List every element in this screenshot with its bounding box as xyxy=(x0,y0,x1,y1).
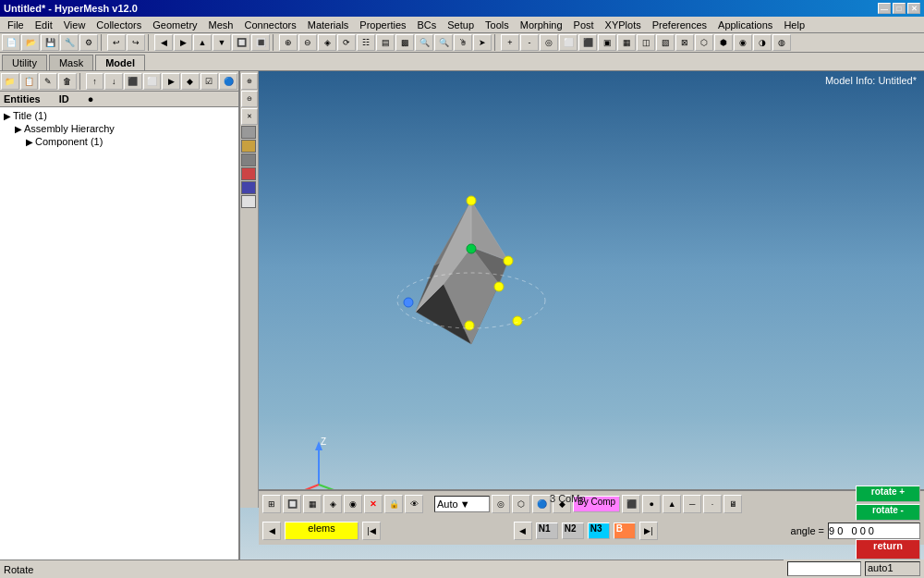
menu-item-edit[interactable]: Edit xyxy=(30,18,58,31)
vp-lock-btn[interactable]: 🔒 xyxy=(384,495,403,513)
tb-save[interactable]: 💾 xyxy=(41,34,59,51)
close-button[interactable]: ✕ xyxy=(907,3,920,14)
vp-mon-btn[interactable]: 🖥 xyxy=(723,495,742,513)
tb-btn29[interactable]: ⬛ xyxy=(578,34,597,51)
vp-line-btn[interactable]: ─ xyxy=(683,495,701,513)
tb-btn20[interactable]: ▩ xyxy=(395,34,414,51)
tb-btn19[interactable]: ▤ xyxy=(376,34,395,51)
tb-btn8[interactable]: ◀ xyxy=(154,34,173,51)
tb-btn12[interactable]: 🔲 xyxy=(232,34,250,51)
rotate-plus-button[interactable]: rotate + xyxy=(856,486,920,502)
tb-open[interactable]: 📂 xyxy=(21,34,40,51)
maximize-button[interactable]: □ xyxy=(893,3,906,14)
tb-btn5[interactable]: ⚙ xyxy=(79,34,98,51)
tb-btn17[interactable]: ⟳ xyxy=(337,34,356,51)
tb-btn7[interactable]: ↪ xyxy=(127,34,145,51)
tree-item-assembly[interactable]: ▶ Assembly Hierarchy xyxy=(13,122,237,135)
menu-item-properties[interactable]: Properties xyxy=(354,18,411,31)
tb-btn26[interactable]: - xyxy=(520,34,539,51)
lp-btn11[interactable]: ☑ xyxy=(201,73,219,90)
vp-shade-btn[interactable]: ◈ xyxy=(323,495,342,513)
tb-btn15[interactable]: ⊖ xyxy=(298,34,317,51)
menu-item-xyplots[interactable]: XYPlots xyxy=(600,18,647,31)
tb-btn25[interactable]: + xyxy=(501,34,519,51)
vp-grid-btn[interactable]: ⊞ xyxy=(262,495,281,513)
lp-btn8[interactable]: ⬜ xyxy=(143,73,162,90)
tb-btn35[interactable]: ⬡ xyxy=(695,34,713,51)
tb-btn11[interactable]: ▼ xyxy=(213,34,231,51)
menu-item-materials[interactable]: Materials xyxy=(302,18,355,31)
lp-btn3[interactable]: ✎ xyxy=(39,73,57,90)
lp-btn7[interactable]: ⬛ xyxy=(124,73,142,90)
tb-btn27[interactable]: ◎ xyxy=(540,34,558,51)
lp-btn1[interactable]: 📁 xyxy=(1,73,19,90)
tb-btn38[interactable]: ◑ xyxy=(753,34,772,51)
vp-btn-a1[interactable]: ◎ xyxy=(492,495,510,513)
side-btn2[interactable]: ⊖ xyxy=(241,91,258,107)
menu-item-collectors[interactable]: Collectors xyxy=(91,18,147,31)
lp-btn4[interactable]: 🗑 xyxy=(58,73,77,90)
vp-arrow-btn[interactable]: ◀ xyxy=(262,522,281,540)
tab-utility[interactable]: Utility xyxy=(2,55,47,70)
tb-btn32[interactable]: ◫ xyxy=(637,34,655,51)
vp-sphere-btn[interactable]: ● xyxy=(642,495,661,513)
tb-btn6[interactable]: ↩ xyxy=(107,34,126,51)
n3-button[interactable]: N3 xyxy=(588,523,610,539)
vp-x-btn[interactable]: ✕ xyxy=(364,495,383,513)
vp-rewind-btn[interactable]: |◀ xyxy=(362,522,381,540)
vp-btn-a2[interactable]: ⬡ xyxy=(512,495,530,513)
menu-item-bcs[interactable]: BCs xyxy=(412,18,443,31)
vp-view-btn[interactable]: 🔲 xyxy=(283,495,301,513)
lp-btn9[interactable]: ▶ xyxy=(162,73,180,90)
lp-btn12[interactable]: 🔵 xyxy=(219,73,237,90)
vp-tri-btn[interactable]: ▲ xyxy=(663,495,681,513)
tb-btn24[interactable]: ➤ xyxy=(473,34,492,51)
b-button[interactable]: B xyxy=(614,523,636,539)
vp-btn-a3[interactable]: 🔵 xyxy=(532,495,551,513)
tb-btn30[interactable]: ▣ xyxy=(598,34,616,51)
tb-btn23[interactable]: 🖱 xyxy=(454,34,472,51)
tb-btn14[interactable]: ⊕ xyxy=(279,34,298,51)
angle-input[interactable] xyxy=(828,523,920,539)
menu-item-tools[interactable]: Tools xyxy=(480,18,515,31)
vp-cube-btn[interactable]: ⬛ xyxy=(622,495,640,513)
tb-btn18[interactable]: ☷ xyxy=(357,34,375,51)
tb-btn31[interactable]: ▦ xyxy=(617,34,636,51)
menu-item-setup[interactable]: Setup xyxy=(442,18,480,31)
side-btn1[interactable]: ⊕ xyxy=(241,73,258,90)
n2-button[interactable]: N2 xyxy=(562,523,584,539)
menu-item-view[interactable]: View xyxy=(58,18,91,31)
rotate-minus-button[interactable]: rotate - xyxy=(856,504,920,521)
lp-btn10[interactable]: ◆ xyxy=(181,73,200,90)
tb-new[interactable]: 📄 xyxy=(2,34,20,51)
elems-dropdown[interactable]: elems xyxy=(285,522,359,540)
auto-dropdown[interactable]: Auto ▼ xyxy=(434,496,490,512)
tb-btn13[interactable]: 🔳 xyxy=(251,34,270,51)
tb-btn37[interactable]: ◉ xyxy=(734,34,752,51)
vp-dot-btn[interactable]: · xyxy=(703,495,722,513)
return-button[interactable]: return xyxy=(856,539,920,560)
tree-item-title[interactable]: ▶ Title (1) xyxy=(2,109,237,122)
tb-btn28[interactable]: ⬜ xyxy=(559,34,578,51)
tree-item-component[interactable]: ▶ Component (1) xyxy=(24,135,237,148)
lp-btn6[interactable]: ↓ xyxy=(104,73,123,90)
lp-btn2[interactable]: 📋 xyxy=(20,73,39,90)
vp-arr2-btn[interactable]: ◀ xyxy=(514,522,532,540)
tb-btn4[interactable]: 🔧 xyxy=(60,34,79,51)
menu-item-help[interactable]: Help xyxy=(778,18,810,31)
tb-btn21[interactable]: 🔍 xyxy=(415,34,433,51)
tb-btn9[interactable]: ▶ xyxy=(174,34,192,51)
tb-btn10[interactable]: ▲ xyxy=(193,34,212,51)
menu-item-morphing[interactable]: Morphing xyxy=(515,18,568,31)
vp-mesh-btn[interactable]: ▦ xyxy=(303,495,322,513)
vp-eye-btn[interactable]: 👁 xyxy=(405,495,423,513)
vp-wire-btn[interactable]: ◉ xyxy=(344,495,362,513)
menu-item-applications[interactable]: Applications xyxy=(712,18,778,31)
tb-btn33[interactable]: ▧ xyxy=(656,34,675,51)
tab-model[interactable]: Model xyxy=(95,55,145,70)
tab-mask[interactable]: Mask xyxy=(49,55,93,70)
tb-btn34[interactable]: ⊠ xyxy=(675,34,694,51)
menu-item-geometry[interactable]: Geometry xyxy=(147,18,202,31)
tb-btn39[interactable]: ◍ xyxy=(772,34,791,51)
menu-item-preferences[interactable]: Preferences xyxy=(647,18,712,31)
